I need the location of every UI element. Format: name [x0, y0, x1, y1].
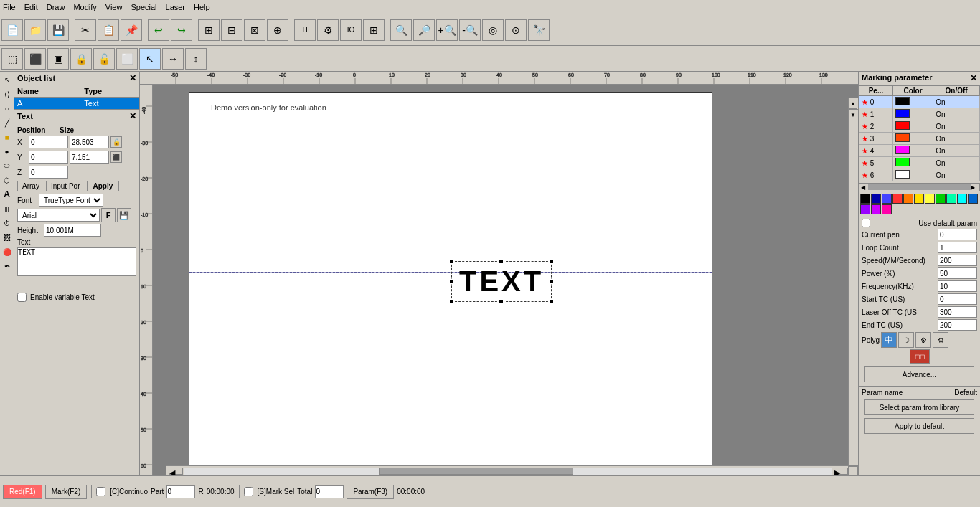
marking-param-close[interactable]: ✕ [970, 73, 977, 83]
polyg-icon-1[interactable]: 中 [881, 332, 897, 348]
select-btn3[interactable]: ⊠ [244, 19, 265, 41]
rect-tool[interactable]: ■ [1, 131, 14, 143]
palette-medblue[interactable] [968, 194, 978, 204]
palette-black[interactable] [860, 194, 870, 204]
open-button[interactable]: 📁 [24, 19, 46, 41]
text-scrollbar-h[interactable] [17, 280, 136, 290]
handle-tm[interactable] [499, 259, 504, 264]
width-input[interactable] [70, 136, 109, 148]
pen-row-6[interactable]: ★ 6 On [859, 169, 980, 181]
palette-purple[interactable] [860, 204, 870, 214]
pen-tool[interactable]: ✒ [1, 260, 14, 273]
handle-mr[interactable] [549, 279, 554, 284]
part-input[interactable] [166, 485, 195, 498]
zoom-prev-button[interactable]: 🔭 [528, 19, 550, 41]
text-tool[interactable]: A [1, 188, 14, 201]
select-tool[interactable]: ⬚ [1, 48, 23, 70]
text-object[interactable]: TEXT [451, 261, 552, 302]
menu-file[interactable]: File [3, 3, 16, 11]
canvas-area[interactable]: -50 -40 -30 -20 -10 0 10 20 30 40 50 60 … [140, 72, 858, 475]
canvas-inner[interactable]: Demo version-only for evaluation [153, 85, 858, 475]
handle-tr[interactable] [549, 259, 554, 264]
handle-ml[interactable] [449, 279, 454, 284]
zoom-fit-button[interactable]: 🔍 [390, 19, 412, 41]
polyg-icon-2[interactable]: ☽ [898, 332, 914, 348]
adv-icon-1[interactable]: ◻◻ [910, 349, 930, 364]
io-button[interactable]: IO [340, 19, 362, 41]
palette-lightyellow[interactable] [925, 194, 935, 204]
menu-edit[interactable]: Edit [24, 3, 38, 11]
lock-size-button[interactable]: ⬛ [110, 151, 122, 163]
scroll-left-btn[interactable]: ◀ [861, 184, 868, 191]
font-save-btn[interactable]: 💾 [117, 208, 131, 222]
palette-orange[interactable] [903, 194, 913, 204]
ellipse-tool[interactable]: ⬭ [1, 159, 14, 172]
select-param-button[interactable]: Select param from library [864, 399, 974, 415]
height-size-input[interactable] [70, 151, 109, 164]
pen-row-0[interactable]: ★ 0 On [859, 96, 980, 108]
y-input[interactable] [29, 151, 68, 164]
pen-row-2[interactable]: ★ 2 On [859, 120, 980, 133]
lock-xy-button[interactable]: 🔒 [110, 136, 122, 148]
palette-blue[interactable] [882, 194, 892, 204]
scrollbar-h-thumb[interactable] [379, 468, 573, 475]
current-pen-input[interactable] [938, 229, 977, 240]
param-button[interactable]: Param(F3) [347, 485, 394, 499]
photo-tool[interactable]: 🖼 [1, 231, 14, 244]
scrollbar-right-arrow[interactable]: ▶ [834, 468, 848, 475]
grid-button[interactable]: ⊞ [363, 19, 385, 41]
end-tc-input[interactable] [938, 319, 977, 331]
handle-bm[interactable] [499, 299, 504, 304]
palette-yellow[interactable] [914, 194, 924, 204]
line-tool[interactable]: ╱ [1, 116, 14, 129]
x-input[interactable] [29, 136, 68, 148]
pen-row-1[interactable]: ★ 1 On [859, 108, 980, 120]
loop-count-input[interactable] [938, 242, 977, 253]
palette-green[interactable] [936, 194, 946, 204]
zoom-sel-button[interactable]: ◎ [482, 19, 504, 41]
new-button[interactable]: 📄 [1, 19, 23, 41]
scrollbar-h-track[interactable] [184, 468, 832, 475]
mark-button[interactable]: Mark(F2) [45, 485, 88, 499]
object-list-close[interactable]: ✕ [129, 73, 136, 83]
traffic-tool[interactable]: 🔴 [1, 245, 14, 258]
zoom-in2-button[interactable]: +🔍 [436, 19, 458, 41]
canvas-scrollbar-v[interactable]: ▲ ▼ [848, 98, 858, 465]
transform-btn[interactable]: ⬜ [116, 48, 138, 70]
frequency-input[interactable] [938, 280, 977, 292]
input-por-tab[interactable]: Input Por [46, 181, 85, 191]
font-bold-btn[interactable]: F [101, 208, 116, 222]
menu-laser[interactable]: Laser [166, 3, 186, 11]
scroll-right-btn[interactable]: ▶ [971, 184, 978, 191]
polyg-icon-3[interactable]: ⚙ [915, 332, 931, 348]
handle-tl[interactable] [449, 259, 454, 264]
height-input[interactable] [44, 224, 101, 237]
use-default-checkbox[interactable] [862, 219, 870, 227]
redo-button[interactable]: ↪ [171, 19, 192, 41]
select-btn2[interactable]: ⊟ [221, 19, 242, 41]
menu-special[interactable]: Special [131, 3, 156, 11]
poly-tool[interactable]: ⬡ [1, 174, 14, 186]
mark-sel-checkbox[interactable] [244, 487, 253, 496]
array-tab[interactable]: Array [17, 181, 44, 191]
settings-button[interactable]: ⚙ [317, 19, 339, 41]
text-panel-close[interactable]: ✕ [129, 111, 136, 121]
lock1-btn[interactable]: 🔒 [70, 48, 92, 70]
paste-button[interactable]: 📌 [121, 19, 142, 41]
advance-button[interactable]: Advance... [864, 366, 974, 382]
speed-input[interactable] [938, 255, 977, 266]
text-textarea[interactable]: TEXT [17, 247, 136, 276]
zoom-all-button[interactable]: ⊙ [505, 19, 527, 41]
polyg-icon-4[interactable]: ⚙ [933, 332, 948, 348]
red-button[interactable]: Red(F1) [3, 485, 42, 499]
scrollbar-left-arrow[interactable]: ◀ [169, 468, 183, 475]
select-all-button[interactable]: ⊞ [198, 19, 220, 41]
undo-button[interactable]: ↩ [148, 19, 169, 41]
scrollbar-down-arrow[interactable]: ▼ [849, 109, 857, 120]
pen-scrollbar[interactable]: ◀ ▶ [859, 183, 980, 191]
palette-violet[interactable] [871, 204, 881, 214]
save-dxf-button[interactable]: H [294, 19, 316, 41]
handle-br[interactable] [549, 299, 554, 304]
barcode-tool[interactable]: ||| [1, 202, 14, 215]
palette-cyan[interactable] [957, 194, 967, 204]
